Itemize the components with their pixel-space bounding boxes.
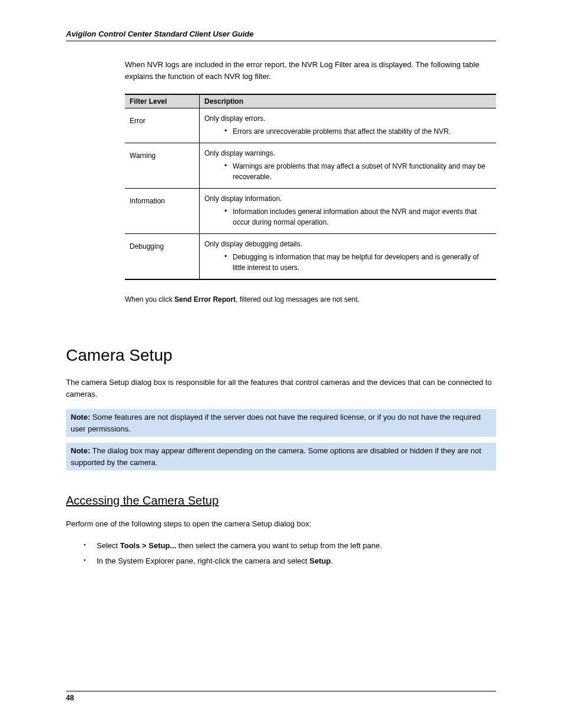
list-item: Select Tools > Setup... then select the … [84, 539, 496, 552]
bullet-text: Errors are unrecoverable problems that a… [233, 126, 491, 137]
note-label: Note: [71, 413, 90, 421]
table-row: Debugging Only display debugging details… [125, 234, 496, 280]
page-footer: 48 [66, 691, 496, 702]
bullet-icon: • [204, 206, 233, 216]
bullet-icon: • [204, 161, 233, 171]
bullet-icon: • [204, 252, 233, 262]
desc-text: Only display debugging details. [204, 240, 491, 248]
list-item: In the System Explorer pane, right-click… [84, 555, 496, 568]
bullet-text: Information includes general information… [233, 206, 491, 228]
note-suffix: , filtered out log messages are not sent… [236, 295, 359, 304]
level-cell: Error [125, 108, 200, 143]
li-suffix: then select the camera you want to setup… [176, 541, 382, 550]
li-prefix: Select [97, 541, 120, 550]
note-box-1: Note: Some features are not displayed if… [66, 409, 496, 437]
post-table-note: When you click Send Error Report, filter… [125, 294, 496, 305]
li-bold: Tools > Setup... [120, 541, 176, 550]
li-prefix: In the System Explorer pane, right-click… [97, 556, 309, 565]
bullet-text: Debugging is information that may be hel… [233, 252, 491, 273]
desc-cell: Only display information. • Information … [200, 189, 497, 234]
running-header: Avigilon Control Center Standard Client … [66, 29, 496, 41]
level-cell: Warning [125, 143, 200, 189]
li-bold: Setup [309, 556, 330, 565]
note-box-2: Note: The dialog box may appear differen… [66, 443, 496, 470]
log-filter-table: Filter Level Description Error Only disp… [125, 94, 496, 280]
intro-paragraph: When NVR logs are included in the error … [125, 59, 496, 82]
note-body: Some features are not displayed if the s… [71, 413, 481, 433]
desc-cell: Only display debugging details. • Debugg… [200, 234, 497, 280]
note-body: The dialog box may appear different depe… [71, 446, 481, 467]
desc-text: Only display warnings. [204, 149, 491, 157]
desc-text: Only display errors. [204, 114, 491, 123]
bullet-icon: • [204, 126, 233, 136]
level-cell: Debugging [125, 234, 200, 280]
desc-text: Only display information. [204, 195, 491, 203]
desc-cell: Only display errors. • Errors are unreco… [200, 108, 497, 143]
li-suffix: . [330, 556, 333, 565]
desc-cell: Only display warnings. • Warnings are pr… [200, 143, 497, 189]
table-header-level: Filter Level [125, 94, 200, 108]
section-heading-camera-setup: Camera Setup [66, 346, 496, 365]
access-intro: Perform one of the following steps to op… [66, 518, 496, 530]
table-header-desc: Description [200, 94, 497, 108]
page-number: 48 [66, 694, 74, 702]
access-steps-list: Select Tools > Setup... then select the … [84, 539, 496, 568]
note-label: Note: [71, 446, 90, 455]
table-row: Error Only display errors. • Errors are … [125, 108, 496, 143]
sub-heading-accessing: Accessing the Camera Setup [66, 494, 496, 508]
note-bold: Send Error Report [174, 295, 236, 304]
bullet-text: Warnings are problems that may affect a … [233, 161, 491, 182]
note-prefix: When you click [125, 295, 174, 304]
table-row: Warning Only display warnings. • Warning… [125, 143, 496, 189]
section-paragraph: The camera Setup dialog box is responsib… [66, 377, 496, 400]
table-row: Information Only display information. • … [125, 189, 496, 234]
level-cell: Information [125, 189, 200, 234]
